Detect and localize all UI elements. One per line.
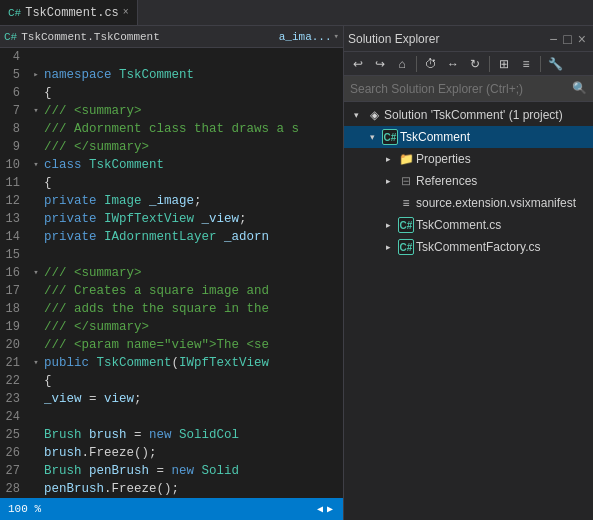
line-gutter[interactable]: ▾ <box>28 156 44 174</box>
code-line: 7▾ /// <summary> <box>0 102 343 120</box>
line-number: 21 <box>0 354 28 372</box>
toolbar-showallfiles-button[interactable]: ⊞ <box>494 54 514 74</box>
toolbar-forward-button[interactable]: ↪ <box>370 54 390 74</box>
tab-bar: C# TskComment.cs × <box>0 0 593 26</box>
tree-expand-icon[interactable]: ▸ <box>380 151 396 167</box>
toolbar-properties-button[interactable]: ≡ <box>516 54 536 74</box>
tree-file-icon: C# <box>382 129 398 145</box>
line-gutter[interactable]: ▾ <box>28 354 44 372</box>
toolbar-home-button[interactable]: ⌂ <box>392 54 412 74</box>
breadcrumb-right: a_ima... <box>279 31 332 43</box>
toolbar-back-button[interactable]: ↩ <box>348 54 368 74</box>
solution-toolbar: ↩ ↪ ⌂ ⏱ ↔ ↻ ⊞ ≡ 🔧 <box>344 52 593 76</box>
tree-item-label: Solution 'TskComment' (1 project) <box>384 108 593 122</box>
tree-item-label: source.extension.vsixmanifest <box>416 196 593 210</box>
toolbar-refresh-button[interactable]: ↻ <box>465 54 485 74</box>
tree-item[interactable]: ≡source.extension.vsixmanifest <box>344 192 593 214</box>
solution-close-button[interactable]: × <box>575 32 589 46</box>
tree-item[interactable]: ▾C#TskComment <box>344 126 593 148</box>
editor-breadcrumb: C# TskComment.TskComment a_ima... ▾ <box>0 26 343 48</box>
tree-expand-icon[interactable]: ▸ <box>380 173 396 189</box>
code-line: 9 /// </summary> <box>0 138 343 156</box>
tree-file-icon: 📁 <box>398 151 414 167</box>
line-number: 4 <box>0 48 28 66</box>
solution-search-bar: 🔍 <box>344 76 593 102</box>
breadcrumb-class-icon: C# <box>4 31 17 43</box>
line-number: 9 <box>0 138 28 156</box>
zoom-control[interactable]: 100 % <box>8 503 41 515</box>
tree-expand-icon[interactable]: ▾ <box>348 107 364 123</box>
code-line: 17 /// Creates a square image and <box>0 282 343 300</box>
tree-item[interactable]: ▸📁Properties <box>344 148 593 170</box>
line-number: 24 <box>0 408 28 426</box>
line-content: public TskComment(IWpfTextView <box>44 354 343 372</box>
solution-search-input[interactable] <box>350 82 568 96</box>
tree-file-icon: ◈ <box>366 107 382 123</box>
tree-item-label: TskComment <box>400 130 593 144</box>
line-content: penBrush.Freeze(); <box>44 480 343 498</box>
line-content: { <box>44 84 343 102</box>
tab-tskcomment[interactable]: C# TskComment.cs × <box>0 0 138 25</box>
tree-item[interactable]: ▸C#TskComment.cs <box>344 214 593 236</box>
line-gutter[interactable]: ▸ <box>28 66 44 84</box>
solution-tree: ▾◈Solution 'TskComment' (1 project)▾C#Ts… <box>344 102 593 520</box>
line-content: /// </summary> <box>44 138 343 156</box>
solution-maximize-button[interactable]: □ <box>560 32 574 46</box>
line-number: 6 <box>0 84 28 102</box>
line-number: 10 <box>0 156 28 174</box>
line-number: 18 <box>0 300 28 318</box>
code-line: 18 /// adds the the square in the <box>0 300 343 318</box>
solution-minimize-button[interactable]: − <box>546 32 560 46</box>
line-gutter[interactable]: ▾ <box>28 264 44 282</box>
tree-item[interactable]: ▾◈Solution 'TskComment' (1 project) <box>344 104 593 126</box>
toolbar-expand-button[interactable]: ↔ <box>443 54 463 74</box>
main-container: C# TskComment.TskComment a_ima... ▾ 45▸n… <box>0 26 593 520</box>
toolbar-sync-button[interactable]: ⏱ <box>421 54 441 74</box>
toolbar-settings-button[interactable]: 🔧 <box>545 54 565 74</box>
line-gutter[interactable]: ▾ <box>28 102 44 120</box>
solution-pane: Solution Explorer − □ × ↩ ↪ ⌂ ⏱ ↔ ↻ ⊞ ≡ … <box>344 26 593 520</box>
line-number: 8 <box>0 120 28 138</box>
tree-item[interactable]: ▸⊟References <box>344 170 593 192</box>
line-content: { <box>44 372 343 390</box>
line-number: 22 <box>0 372 28 390</box>
code-line: 27 Brush penBrush = new Solid <box>0 462 343 480</box>
code-line: 6 { <box>0 84 343 102</box>
line-number: 19 <box>0 318 28 336</box>
code-line: 16▾ /// <summary> <box>0 264 343 282</box>
solution-explorer-title: Solution Explorer <box>348 32 546 46</box>
line-number: 26 <box>0 444 28 462</box>
code-area: 45▸namespace TskComment6 {7▾ /// <summar… <box>0 48 343 498</box>
tree-expand-icon[interactable]: ▾ <box>364 129 380 145</box>
line-number: 7 <box>0 102 28 120</box>
breadcrumb-dropdown[interactable]: a_ima... ▾ <box>279 31 339 43</box>
tab-close-button[interactable]: × <box>123 7 129 18</box>
solution-explorer-header: Solution Explorer − □ × <box>344 26 593 52</box>
tree-expand-icon[interactable]: ▸ <box>380 239 396 255</box>
code-line: 28 penBrush.Freeze(); <box>0 480 343 498</box>
editor-statusbar: 100 % ◀ ▶ <box>0 498 343 520</box>
code-line: 22 { <box>0 372 343 390</box>
code-line: 25 Brush brush = new SolidCol <box>0 426 343 444</box>
tree-file-icon: ≡ <box>398 195 414 211</box>
line-content: private IAdornmentLayer _adorn <box>44 228 343 246</box>
line-content: brush.Freeze(); <box>44 444 343 462</box>
tree-item-label: TskComment.cs <box>416 218 593 232</box>
breadcrumb-chevron-icon: ▾ <box>334 31 339 42</box>
line-number: 23 <box>0 390 28 408</box>
line-number: 25 <box>0 426 28 444</box>
line-content: class TskComment <box>44 156 343 174</box>
tree-item[interactable]: ▸C#TskCommentFactory.cs <box>344 236 593 258</box>
line-number: 16 <box>0 264 28 282</box>
toolbar-separator-3 <box>540 56 541 72</box>
code-lines: 45▸namespace TskComment6 {7▾ /// <summar… <box>0 48 343 498</box>
line-content: namespace TskComment <box>44 66 343 84</box>
tree-item-label: References <box>416 174 593 188</box>
line-number: 5 <box>0 66 28 84</box>
line-number: 12 <box>0 192 28 210</box>
tree-expand-icon[interactable]: ▸ <box>380 217 396 233</box>
toolbar-separator-1 <box>416 56 417 72</box>
scroll-right-button[interactable]: ▶ <box>325 503 335 515</box>
line-content: _view = view; <box>44 390 343 408</box>
scroll-left-button[interactable]: ◀ <box>315 503 325 515</box>
